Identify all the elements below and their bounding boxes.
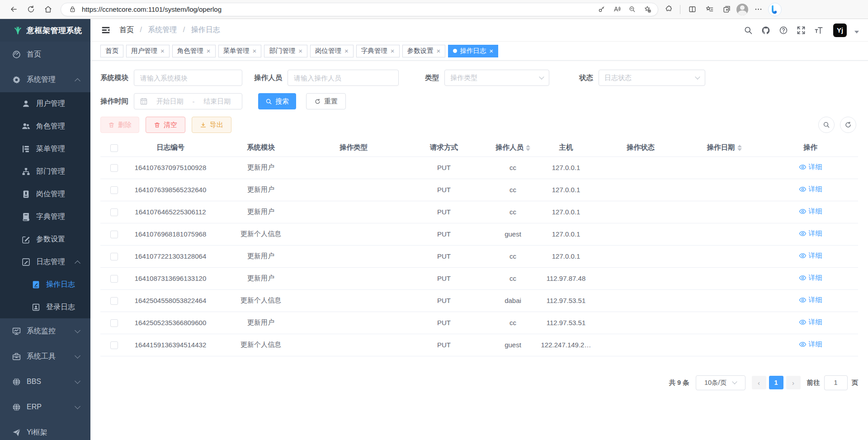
column-header[interactable]: 操作人员	[489, 139, 537, 156]
sidebar-item-system-management[interactable]: 系统管理	[0, 67, 90, 92]
tab-close-icon[interactable]: ×	[160, 47, 165, 55]
delete-button[interactable]: 删除	[100, 117, 139, 133]
sidebar-item-log-management[interactable]: 日志管理	[0, 251, 90, 273]
row-checkbox[interactable]	[110, 231, 118, 238]
sidebar-item-login-log[interactable]: 登录日志	[0, 296, 90, 318]
status-select[interactable]: 日志状态	[599, 70, 705, 86]
page-number-button[interactable]: 1	[769, 376, 783, 389]
sidebar-item-home[interactable]: 首页	[0, 42, 90, 67]
goto-page-input[interactable]	[824, 375, 848, 390]
show-search-toggle-icon[interactable]	[818, 117, 835, 133]
detail-link[interactable]: 详细	[799, 296, 822, 304]
collections-icon[interactable]	[719, 2, 734, 17]
column-header[interactable]: 操作日期	[686, 139, 763, 156]
read-aloud-icon[interactable]	[611, 4, 623, 15]
sidebar-item-post-management[interactable]: 岗位管理	[0, 183, 90, 205]
sidebar-item-operation-log[interactable]: 操作日志	[0, 273, 90, 296]
tab-close-icon[interactable]: ×	[391, 47, 395, 55]
favorites-bar-icon[interactable]	[702, 2, 717, 17]
tab-item[interactable]: 用户管理×	[126, 45, 170, 57]
row-checkbox[interactable]	[110, 208, 118, 216]
sort-carets-icon[interactable]	[737, 145, 742, 151]
address-bar[interactable]: https://ccnetcore.com:1101/system/log/op…	[61, 3, 658, 16]
breadcrumb-home[interactable]: 首页	[119, 26, 134, 33]
browser-refresh-icon[interactable]	[24, 2, 38, 17]
operator-input[interactable]	[294, 74, 392, 82]
sidebar-item-erp[interactable]: ERP	[0, 394, 90, 420]
prev-page-button[interactable]: ‹	[752, 376, 766, 389]
browser-settings-more-icon[interactable]	[751, 2, 765, 17]
search-button[interactable]: 搜索	[258, 93, 296, 109]
sidebar-item-system-monitor[interactable]: 系统监控	[0, 318, 90, 344]
tab-item[interactable]: 操作日志×	[448, 45, 498, 57]
user-avatar[interactable]: Yj	[833, 24, 847, 37]
sidebar-item-bbs[interactable]: BBS	[0, 369, 90, 394]
sidebar-item-menu-management[interactable]: 菜单管理	[0, 137, 90, 160]
split-screen-icon[interactable]	[685, 2, 699, 17]
url-text[interactable]: https://ccnetcore.com:1101/system/log/op…	[82, 5, 592, 13]
extensions-icon[interactable]	[661, 2, 675, 17]
detail-link[interactable]: 详细	[799, 318, 822, 326]
select-all-checkbox[interactable]	[110, 144, 118, 152]
sidebar-item-dict-management[interactable]: 字典管理	[0, 205, 90, 228]
detail-link[interactable]: 详细	[799, 229, 822, 238]
tab-item[interactable]: 字典管理×	[356, 45, 400, 57]
page-size-select[interactable]: 10条/页	[696, 375, 745, 390]
github-icon[interactable]	[761, 25, 771, 35]
tab-close-icon[interactable]: ×	[207, 47, 211, 55]
row-checkbox[interactable]	[110, 253, 118, 260]
refresh-table-icon[interactable]	[840, 117, 856, 133]
clear-button[interactable]: 清空	[146, 117, 185, 133]
fullscreen-icon[interactable]	[796, 25, 806, 35]
row-checkbox[interactable]	[110, 275, 118, 283]
reset-button[interactable]: 重置	[306, 93, 346, 109]
tab-close-icon[interactable]: ×	[298, 47, 302, 55]
row-checkbox[interactable]	[110, 297, 118, 305]
tab-close-icon[interactable]: ×	[437, 47, 441, 55]
sidebar-item-department-management[interactable]: 部门管理	[0, 160, 90, 183]
zoom-out-icon[interactable]	[626, 4, 638, 15]
help-icon[interactable]	[778, 25, 788, 35]
detail-link[interactable]: 详细	[799, 251, 822, 260]
sort-carets-icon[interactable]	[526, 145, 530, 151]
bing-chat-icon[interactable]	[768, 3, 782, 16]
type-select[interactable]: 操作类型	[444, 70, 549, 86]
detail-link[interactable]: 详细	[799, 340, 822, 349]
row-checkbox[interactable]	[110, 319, 118, 327]
date-range-picker[interactable]: 开始日期 - 结束日期	[134, 93, 242, 109]
browser-back-icon[interactable]	[6, 2, 21, 17]
header-search-icon[interactable]	[743, 25, 753, 35]
browser-home-icon[interactable]	[41, 2, 55, 17]
row-checkbox[interactable]	[110, 341, 118, 349]
browser-profile-avatar[interactable]	[736, 4, 748, 15]
detail-link[interactable]: 详细	[799, 274, 822, 282]
font-size-icon[interactable]	[814, 25, 824, 35]
module-input[interactable]	[140, 74, 236, 82]
tab-item[interactable]: 角色管理×	[172, 45, 216, 57]
tab-item[interactable]: 首页	[100, 45, 123, 57]
sidebar-item-system-tools[interactable]: 系统工具	[0, 344, 90, 369]
export-button[interactable]: 导出	[192, 117, 231, 133]
collapse-sidebar-icon[interactable]	[100, 25, 111, 36]
sidebar-item-role-management[interactable]: 角色管理	[0, 115, 90, 137]
detail-link[interactable]: 详细	[799, 163, 822, 171]
tab-item[interactable]: 部门管理×	[264, 45, 307, 57]
tab-close-icon[interactable]: ×	[489, 47, 493, 55]
row-checkbox[interactable]	[110, 186, 118, 194]
avatar-caret-down-icon[interactable]	[854, 31, 859, 33]
end-date-placeholder[interactable]: 结束日期	[198, 97, 236, 106]
tab-item[interactable]: 参数设置×	[402, 45, 446, 57]
tab-item[interactable]: 岗位管理×	[310, 45, 354, 57]
password-key-icon[interactable]	[595, 4, 607, 15]
tab-close-icon[interactable]: ×	[344, 47, 349, 55]
sidebar-item-param-settings[interactable]: 参数设置	[0, 228, 90, 251]
tab-close-icon[interactable]: ×	[253, 47, 257, 55]
breadcrumb-system[interactable]: 系统管理	[148, 26, 177, 33]
sidebar-item-yi-framework[interactable]: Yi框架	[0, 420, 90, 440]
sidebar-item-user-management[interactable]: 用户管理	[0, 92, 90, 115]
next-page-button[interactable]: ›	[786, 376, 801, 389]
row-checkbox[interactable]	[110, 164, 118, 172]
tab-item[interactable]: 菜单管理×	[218, 45, 262, 57]
start-date-placeholder[interactable]: 开始日期	[151, 97, 189, 106]
add-favorite-icon[interactable]	[642, 4, 653, 15]
